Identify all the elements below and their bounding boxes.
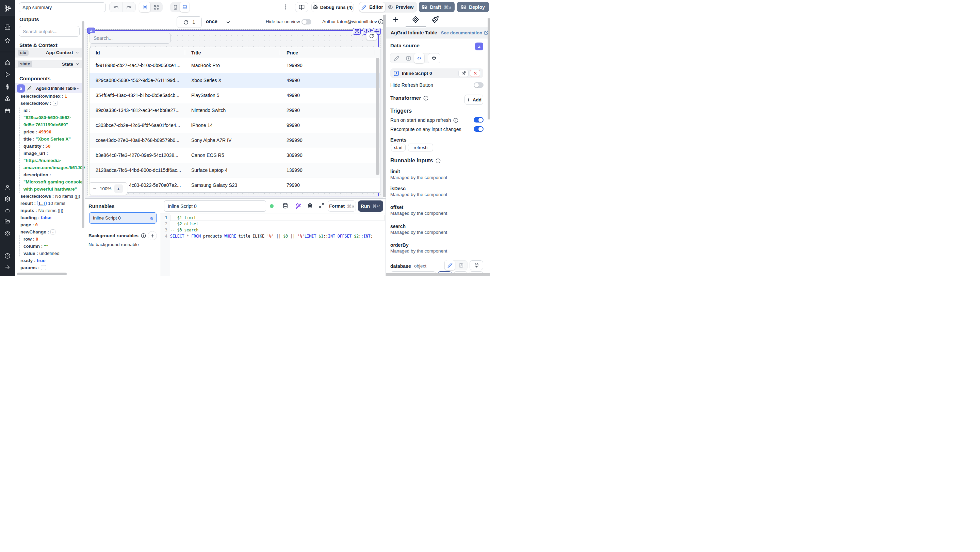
database-template-icon[interactable] bbox=[455, 263, 467, 268]
run-on-start-toggle[interactable] bbox=[474, 117, 484, 122]
output-tree-row[interactable]: ready : true bbox=[15, 257, 83, 264]
sidebar-help-icon[interactable] bbox=[5, 253, 11, 259]
deploy-button[interactable]: Deploy bbox=[457, 2, 489, 12]
refresh-mode-label[interactable]: once bbox=[206, 19, 218, 24]
editor-tab[interactable]: Editor bbox=[360, 2, 385, 12]
output-tree-row[interactable]: with powerful hardware" bbox=[15, 186, 83, 192]
see-documentation-link[interactable]: See documentation bbox=[441, 30, 489, 35]
outputs-vertical-scrollbar[interactable] bbox=[82, 21, 84, 228]
output-tree-row[interactable]: result : [...] 10 items bbox=[15, 200, 83, 207]
output-tree-row[interactable]: newChange : - bbox=[15, 228, 83, 235]
zoom-in-button[interactable]: + bbox=[115, 185, 123, 193]
mobile-view-button[interactable] bbox=[170, 2, 180, 12]
app-canvas[interactable]: a Search... Id Title Price f991898d-cb27… bbox=[85, 30, 383, 199]
output-tree-row[interactable]: inputs : No items ([]) bbox=[15, 207, 83, 214]
recompute-toggle[interactable] bbox=[474, 126, 484, 132]
redo-button[interactable] bbox=[123, 2, 136, 12]
center-layout-button[interactable] bbox=[139, 2, 150, 12]
output-tree-row[interactable]: value : undefined bbox=[15, 250, 83, 257]
output-tree-row[interactable]: params : - bbox=[15, 264, 83, 271]
sidebar-user-icon[interactable] bbox=[5, 185, 11, 191]
code-editor[interactable]: 1234 -- $1 limit-- $2 offset-- $3 search… bbox=[160, 213, 385, 276]
output-tree-row[interactable]: page : 0 bbox=[15, 221, 83, 228]
transformer-info-icon[interactable] bbox=[423, 95, 428, 101]
outputs-horizontal-scrollbar[interactable] bbox=[17, 273, 67, 275]
column-header-price[interactable]: Price bbox=[286, 50, 298, 56]
sidebar-settings-icon[interactable] bbox=[5, 196, 11, 202]
output-tree-row[interactable]: selectedRowIndex : 1 bbox=[15, 92, 83, 100]
panel-splitter[interactable] bbox=[383, 15, 385, 197]
table-row[interactable]: c303bce7-cb2e-42c6-8fdf-6aa01fc4e4...iPh… bbox=[89, 118, 380, 133]
inline-script-row[interactable]: Inline Script 0 bbox=[390, 68, 483, 78]
sidebar-runs-icon[interactable] bbox=[5, 72, 11, 78]
event-start-chip[interactable]: start bbox=[391, 144, 406, 151]
script-name-input[interactable] bbox=[164, 200, 266, 212]
output-tree-row[interactable]: "829ca080-5630-4562- bbox=[15, 114, 83, 121]
table-row[interactable]: 354f6afd-43ac-4321-b1bc-0b5e5adcb...Play… bbox=[89, 88, 380, 103]
table-row[interactable]: 829ca080-5630-4562-9d5e-7611199d...Xbox … bbox=[89, 73, 380, 88]
right-panel-vertical-scrollbar[interactable] bbox=[488, 18, 490, 119]
delete-script-button[interactable] bbox=[470, 70, 480, 77]
template-mode-icon[interactable] bbox=[403, 56, 414, 61]
expand-component-handle[interactable] bbox=[353, 28, 361, 35]
database-icon[interactable] bbox=[282, 203, 288, 208]
connect-mode-button[interactable] bbox=[428, 53, 440, 63]
sidebar-resources-icon[interactable] bbox=[5, 95, 11, 102]
output-tree-row[interactable]: quantity : 50 bbox=[15, 143, 83, 150]
output-tree-row[interactable]: selectedRow : - bbox=[15, 100, 83, 107]
more-menu-icon[interactable] bbox=[283, 4, 288, 10]
search-outputs-input[interactable]: Search outputs... bbox=[19, 26, 80, 37]
component-refresh-button[interactable] bbox=[366, 32, 377, 40]
table-row[interactable]: f991898d-cb27-4ac7-b10c-0b9050ce1...MacB… bbox=[89, 58, 380, 73]
add-transformer-button[interactable]: Add bbox=[465, 95, 483, 105]
app-summary-input[interactable] bbox=[19, 2, 106, 12]
component-row[interactable]: a AgGrid Infinite Table bbox=[15, 83, 82, 93]
table-row[interactable]: 2128adca-7fc6-44bd-800c-dc115df6ac...Sur… bbox=[89, 163, 380, 178]
sidebar-groups-icon[interactable] bbox=[5, 231, 11, 237]
run-button[interactable]: Run ⌘↵ bbox=[358, 200, 383, 212]
event-refresh-chip[interactable]: refresh bbox=[408, 144, 433, 151]
undo-button[interactable] bbox=[110, 2, 123, 12]
hide-bar-toggle[interactable] bbox=[301, 19, 311, 24]
table-row[interactable]: ccee43dc-27e0-40a8-b768-b09579b0...Sony … bbox=[89, 133, 380, 148]
table-vertical-scrollbar[interactable] bbox=[375, 58, 379, 175]
refresh-mode-chevron-icon[interactable] bbox=[226, 20, 231, 25]
insert-component-tab-icon[interactable] bbox=[392, 16, 399, 23]
output-tree-row[interactable]: description : bbox=[15, 171, 83, 178]
format-button[interactable]: Format ⌘S bbox=[328, 200, 356, 212]
table-row[interactable]: 89c0a336-1343-4812-ac34-e4bb8e27...Ninte… bbox=[89, 103, 380, 118]
database-static-icon[interactable] bbox=[445, 260, 455, 270]
output-tree-row[interactable]: 9d5e-7611199dc669" bbox=[15, 121, 83, 128]
run-on-start-info-icon[interactable] bbox=[453, 118, 458, 123]
sidebar-schedules-icon[interactable] bbox=[5, 108, 11, 114]
draft-button[interactable]: Draft ⌘S bbox=[419, 2, 455, 12]
delete-script-icon[interactable] bbox=[307, 203, 313, 208]
sidebar-collapse-icon[interactable] bbox=[5, 264, 11, 270]
database-connect-button[interactable] bbox=[469, 260, 483, 270]
state-row[interactable]: state State bbox=[15, 60, 82, 68]
output-tree-row[interactable]: image_url : bbox=[15, 150, 83, 157]
sidebar-favorites-icon[interactable] bbox=[5, 38, 11, 44]
debug-runs-button[interactable]: Debug runs (4) bbox=[311, 2, 354, 12]
expand-editor-icon[interactable] bbox=[319, 203, 324, 208]
expand-layout-button[interactable] bbox=[150, 2, 162, 12]
sidebar-workers-icon[interactable] bbox=[5, 208, 11, 214]
styling-tab-icon[interactable] bbox=[431, 16, 439, 23]
outputs-tree[interactable]: selectedRowIndex : 1selectedRow : -id : … bbox=[15, 92, 83, 271]
table-row[interactable]: 4c83-8022-5e70a07a2...Samsung Galaxy S23… bbox=[89, 178, 380, 193]
preview-tab[interactable]: Preview bbox=[385, 2, 416, 12]
output-tree-row[interactable]: amazon.com/images/I/61JGKho bbox=[15, 164, 83, 171]
output-tree-row[interactable]: loading : false bbox=[15, 214, 83, 221]
component-settings-tab-icon[interactable] bbox=[412, 16, 420, 24]
code-mode-icon[interactable] bbox=[414, 53, 424, 63]
output-tree-row[interactable]: "https://m.media- bbox=[15, 157, 83, 164]
output-tree-row[interactable]: "Microsoft gaming console bbox=[15, 178, 83, 186]
ai-assistant-icon[interactable] bbox=[295, 203, 301, 208]
add-background-runnable-button[interactable] bbox=[148, 231, 157, 240]
output-tree-row[interactable]: row : 0 bbox=[15, 235, 83, 243]
column-header-title[interactable]: Title bbox=[191, 50, 201, 56]
open-script-button[interactable] bbox=[458, 70, 469, 77]
docs-button[interactable] bbox=[295, 2, 308, 12]
refresh-interval-control[interactable]: 1 bbox=[177, 16, 202, 28]
sidebar-home-icon[interactable] bbox=[5, 60, 11, 66]
